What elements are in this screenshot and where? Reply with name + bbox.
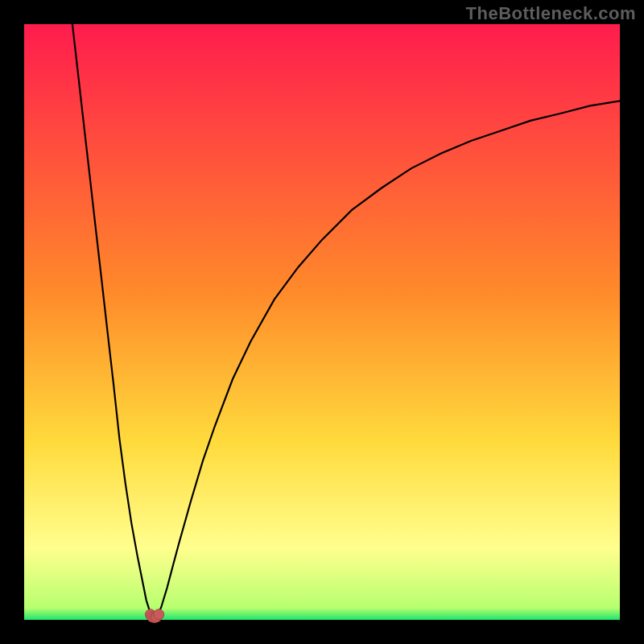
bottleneck-chart: [0, 0, 644, 644]
minimum-marker: [154, 609, 164, 620]
minimum-markers: [145, 609, 163, 623]
plot-background: [24, 24, 620, 620]
chart-stage: TheBottleneck.com: [0, 0, 644, 644]
watermark-text: TheBottleneck.com: [466, 3, 636, 24]
